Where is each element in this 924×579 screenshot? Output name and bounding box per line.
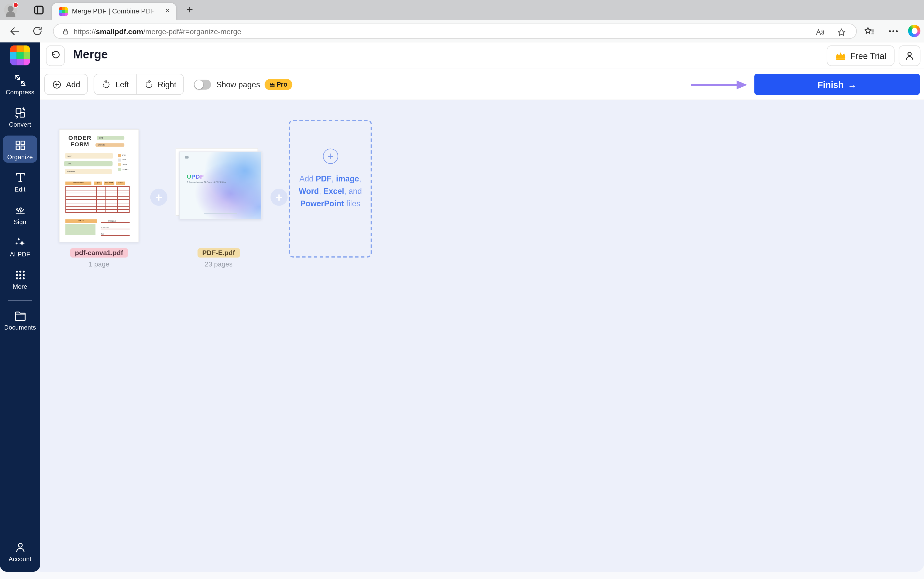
documents-folder-icon: [13, 309, 27, 322]
rotate-button-group: Left Right: [94, 74, 184, 95]
copilot-icon[interactable]: [908, 25, 921, 37]
back-icon[interactable]: [9, 25, 21, 37]
pro-badge: Pro: [265, 79, 292, 90]
tutorial-arrow: [691, 80, 751, 90]
sidebar-item-label: AI PDF: [10, 250, 30, 257]
notification-dot: [13, 2, 18, 8]
tab-close-icon[interactable]: ✕: [165, 7, 170, 15]
add-file-button[interactable]: Add: [44, 74, 88, 95]
order-form-name-bar: NAME :: [65, 153, 113, 159]
ai-sparkles-icon: [13, 236, 27, 249]
sidebar: Compress Convert Organize Edit Sign AI P: [0, 43, 40, 572]
tab-actions-icon[interactable]: [34, 5, 44, 15]
insert-file-button-1[interactable]: +: [150, 189, 167, 206]
sidebar-item-account[interactable]: Account: [3, 538, 37, 565]
free-trial-button[interactable]: Free Trial: [827, 46, 895, 66]
col-qty: QTY: [94, 182, 102, 185]
file-name-badge[interactable]: PDF-E.pdf: [198, 248, 240, 257]
account-menu-button[interactable]: [899, 46, 921, 66]
lock-icon[interactable]: [61, 27, 70, 36]
add-files-text: Add PDF, image, Word, Excel, and PowerPo…: [294, 173, 367, 210]
read-aloud-icon[interactable]: [815, 27, 826, 38]
checkbox-card: [118, 159, 121, 161]
show-pages-toggle[interactable]: [194, 79, 211, 90]
browser-profile-avatar[interactable]: [4, 3, 17, 16]
sidebar-divider: [8, 300, 32, 301]
restart-task-button[interactable]: [46, 46, 65, 66]
updf-logo: UPDF: [187, 173, 204, 180]
show-pages-label: Show pages: [216, 80, 260, 89]
insert-file-button-2[interactable]: +: [271, 189, 287, 206]
sidebar-item-compress[interactable]: Compress: [3, 71, 37, 98]
sign-icon: [13, 203, 27, 217]
favorites-list-icon[interactable]: [863, 25, 875, 37]
col-unit-price: UNIT PRICE: [104, 182, 114, 185]
rotate-right-button[interactable]: Right: [136, 74, 183, 94]
sidebar-item-organize[interactable]: Organize: [3, 136, 37, 163]
order-form-table: [65, 186, 130, 213]
app-header: Merge Free Trial: [40, 43, 924, 68]
col-cost: COST: [116, 182, 125, 185]
compress-icon: [13, 74, 27, 87]
sidebar-item-label: More: [13, 283, 27, 290]
screen: Merge PDF | Combine PDF Files ✕ + https:…: [0, 0, 924, 579]
page-title: Merge: [73, 48, 108, 61]
url-text: https://smallpdf.com/merge-pdf#r=organiz…: [73, 28, 242, 36]
browser-toolbar: https://smallpdf.com/merge-pdf#r=organiz…: [0, 20, 924, 43]
sidebar-item-label: Organize: [7, 153, 33, 160]
sidebar-item-more[interactable]: More: [3, 265, 37, 292]
pdf-thumbnail-order-form[interactable]: ORDER FORM DATE : ORDER : NAME : EMAIL :…: [59, 129, 139, 242]
finish-button[interactable]: Finish →: [754, 74, 920, 95]
order-form-email-bar: EMAIL :: [64, 161, 113, 167]
add-files-plus-icon: +: [323, 149, 338, 164]
rotate-left-button[interactable]: Left: [94, 74, 136, 94]
add-files-dropzone[interactable]: + Add PDF, image, Word, Excel, and Power…: [289, 120, 372, 258]
browser-tab-strip: Merge PDF | Combine PDF Files ✕ +: [0, 0, 924, 20]
checkbox-check: [118, 164, 121, 166]
checkbox-cash: [118, 154, 121, 156]
settings-ellipsis-icon[interactable]: [888, 25, 900, 37]
browser-tab[interactable]: Merge PDF | Combine PDF Files ✕: [52, 3, 176, 20]
updf-corner-mark: [185, 156, 189, 159]
sidebar-item-sign[interactable]: Sign: [3, 200, 37, 227]
rotate-left-label: Left: [116, 80, 129, 89]
refresh-icon[interactable]: [32, 25, 44, 37]
rotate-right-icon: [144, 79, 153, 90]
toggle-knob: [194, 80, 203, 89]
order-form-title: ORDER FORM: [69, 135, 91, 147]
sidebar-item-ai-pdf[interactable]: AI PDF: [3, 233, 37, 260]
organize-icon: [13, 139, 27, 152]
smallpdf-logo[interactable]: [10, 46, 30, 65]
checkbox-others: [118, 168, 121, 171]
notes-header: NOTES: [65, 219, 96, 222]
rotate-left-icon: [101, 79, 111, 90]
sidebar-item-label: Compress: [6, 88, 34, 95]
convert-icon: [13, 106, 27, 120]
add-label: Add: [66, 80, 80, 89]
edit-icon: [13, 171, 27, 184]
address-bar[interactable]: https://smallpdf.com/merge-pdf#r=organiz…: [53, 23, 857, 39]
sidebar-item-edit[interactable]: Edit: [3, 168, 37, 195]
favorite-star-icon[interactable]: [836, 27, 847, 38]
sidebar-item-label: Edit: [15, 186, 25, 193]
pro-crown-icon: [269, 82, 276, 87]
sidebar-item-documents[interactable]: Documents: [3, 306, 37, 333]
file-page-count: 1 page: [89, 260, 109, 268]
new-tab-button[interactable]: +: [183, 3, 197, 17]
pdf-thumbnail-updf[interactable]: UPDF A Comprehensive AI-Powered PDF Edit…: [179, 152, 261, 219]
order-form-date-bar: DATE :: [96, 136, 124, 140]
sidebar-item-label: Convert: [9, 121, 31, 128]
url-domain: smallpdf.com: [96, 28, 144, 36]
account-person-icon: [13, 540, 27, 554]
label-others: OTHERS: [122, 168, 129, 170]
tab-title: Merge PDF | Combine PDF Files: [72, 8, 155, 15]
url-scheme: https://: [73, 28, 96, 36]
col-description: DESCRIPTION: [65, 182, 91, 185]
file-name-badge[interactable]: pdf-canva1.pdf: [70, 248, 128, 257]
updf-footer-text: [204, 213, 237, 214]
notes-box: [65, 224, 95, 235]
avatar-head: [8, 6, 14, 12]
avatar-body: [6, 11, 15, 17]
label-check: CHECK: [122, 164, 127, 166]
sidebar-item-convert[interactable]: Convert: [3, 103, 37, 130]
